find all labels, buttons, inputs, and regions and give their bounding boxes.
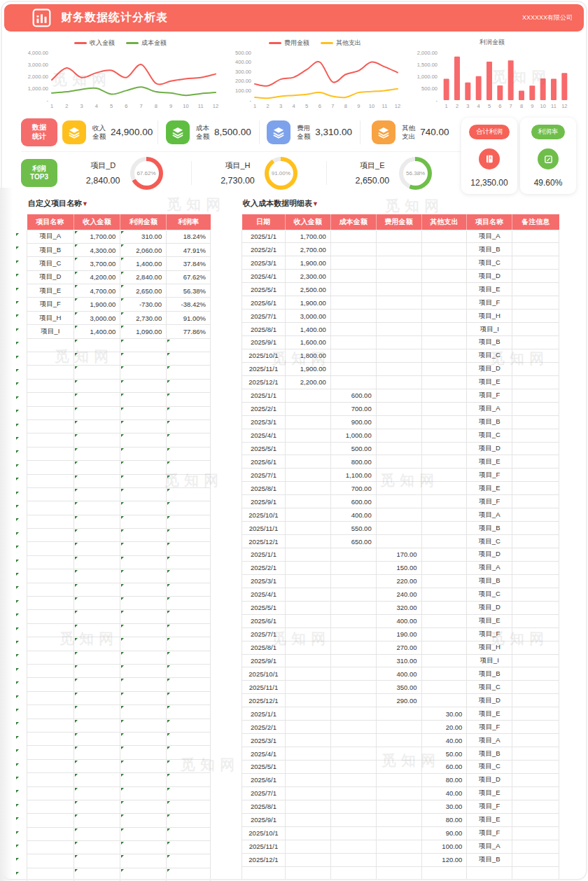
cell[interactable] — [376, 375, 421, 389]
cell[interactable] — [421, 681, 467, 694]
cell[interactable] — [167, 366, 211, 379]
cell[interactable]: 50.00 — [421, 747, 467, 761]
cell[interactable]: 项目_C — [467, 681, 512, 694]
cell[interactable] — [376, 826, 421, 840]
cell[interactable] — [27, 597, 74, 610]
cell[interactable] — [421, 641, 467, 654]
cell[interactable] — [376, 800, 421, 813]
cell[interactable] — [27, 786, 74, 800]
cell[interactable]: 项目_C — [27, 257, 74, 270]
cell[interactable] — [120, 814, 167, 827]
cell[interactable] — [120, 786, 167, 800]
cell[interactable] — [120, 827, 167, 840]
cell[interactable]: 3,700.00 — [74, 257, 120, 270]
cell[interactable] — [285, 415, 330, 429]
cell[interactable] — [120, 487, 167, 501]
cell[interactable] — [120, 393, 167, 406]
cell[interactable]: 2025/12/1 — [242, 694, 286, 707]
cell[interactable] — [120, 773, 167, 786]
cell[interactable] — [167, 651, 211, 664]
cell[interactable] — [120, 569, 167, 583]
cell[interactable] — [285, 627, 330, 641]
cell[interactable]: 2025/1/1 — [242, 707, 286, 721]
cell[interactable] — [167, 665, 211, 678]
cell[interactable] — [330, 243, 376, 256]
cell[interactable] — [330, 866, 376, 880]
cell[interactable] — [285, 442, 330, 455]
cell[interactable] — [330, 761, 376, 774]
cell[interactable] — [376, 761, 421, 774]
cell[interactable] — [376, 402, 421, 415]
cell[interactable]: 项目_B — [467, 522, 512, 535]
cell[interactable]: 3,000.00 — [74, 311, 120, 324]
cell[interactable] — [27, 406, 74, 419]
cell[interactable]: 20.00 — [421, 721, 467, 734]
cell[interactable] — [330, 826, 376, 840]
cell[interactable] — [27, 800, 74, 813]
cell[interactable] — [421, 310, 467, 323]
cell[interactable] — [512, 721, 559, 734]
cell[interactable] — [285, 508, 330, 522]
cell[interactable] — [421, 349, 467, 362]
cell[interactable] — [421, 866, 467, 880]
cell[interactable] — [421, 482, 467, 495]
cell[interactable] — [74, 868, 120, 881]
cell[interactable] — [512, 840, 559, 853]
cell[interactable] — [27, 868, 74, 881]
column-header[interactable]: 成本金额 — [330, 214, 376, 230]
cell[interactable]: 项目_A — [27, 230, 74, 243]
cell[interactable] — [512, 283, 559, 296]
cell[interactable] — [330, 853, 376, 866]
cell[interactable]: 项目_F — [467, 495, 512, 508]
cell[interactable] — [421, 469, 467, 482]
cell[interactable] — [27, 665, 74, 678]
cell[interactable]: 550.00 — [330, 522, 376, 535]
cell[interactable]: 2,500.00 — [285, 283, 330, 296]
cell[interactable]: 400.00 — [376, 667, 421, 681]
cell[interactable]: 项目_C — [467, 588, 512, 601]
cell[interactable] — [512, 694, 559, 707]
cell[interactable]: 2025/12/1 — [242, 375, 286, 389]
cell[interactable] — [376, 786, 421, 800]
cell[interactable]: 项目_E — [467, 786, 512, 800]
cell[interactable]: 2025/8/1 — [242, 323, 286, 336]
cell[interactable] — [421, 522, 467, 535]
cell[interactable]: 2025/2/1 — [242, 243, 286, 256]
cell[interactable] — [330, 323, 376, 336]
column-header[interactable]: 项目名称 — [27, 214, 74, 230]
cell[interactable]: 2025/11/1 — [242, 362, 286, 375]
cell[interactable]: 350.00 — [376, 681, 421, 694]
cell[interactable]: 2025/12/1 — [242, 535, 286, 548]
cell[interactable] — [512, 522, 559, 535]
cell[interactable] — [74, 746, 120, 759]
cell[interactable] — [74, 827, 120, 840]
cell[interactable] — [74, 501, 120, 515]
cell[interactable] — [120, 610, 167, 623]
cell[interactable] — [421, 535, 467, 548]
cell[interactable] — [512, 429, 559, 442]
cell[interactable]: 900.00 — [330, 415, 376, 429]
cell[interactable] — [330, 721, 376, 734]
cell[interactable] — [167, 542, 211, 555]
cell[interactable] — [376, 429, 421, 442]
cell[interactable] — [285, 761, 330, 774]
cell[interactable] — [167, 515, 211, 528]
cell[interactable] — [376, 349, 421, 362]
cell[interactable]: 项目_B — [467, 667, 512, 681]
cell[interactable]: 项目_B — [27, 243, 74, 256]
cell[interactable] — [512, 243, 559, 256]
cell[interactable] — [27, 542, 74, 555]
cell[interactable] — [27, 746, 74, 759]
cell[interactable]: 1,400.00 — [285, 323, 330, 336]
cell[interactable]: 2025/1/1 — [242, 548, 286, 562]
cell[interactable] — [285, 786, 330, 800]
cell[interactable] — [167, 474, 211, 487]
cell[interactable]: 2025/7/1 — [242, 627, 286, 641]
cell[interactable] — [120, 447, 167, 460]
cell[interactable] — [27, 583, 74, 596]
cell[interactable] — [120, 542, 167, 555]
cell[interactable] — [512, 786, 559, 800]
cell[interactable] — [330, 707, 376, 721]
cell[interactable] — [74, 597, 120, 610]
cell[interactable]: 项目_A — [467, 840, 512, 853]
